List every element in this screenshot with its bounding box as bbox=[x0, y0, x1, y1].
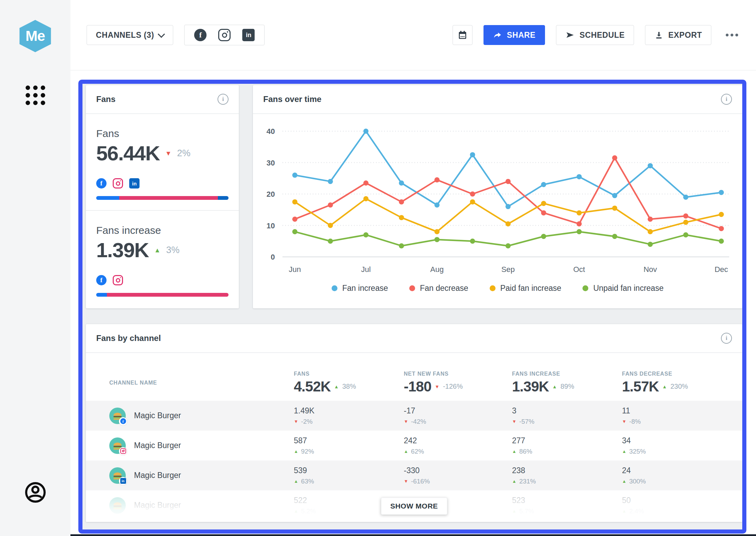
account-icon[interactable] bbox=[23, 480, 47, 504]
metric-value: 1.49K bbox=[294, 406, 404, 415]
channel-name: Magic Burger bbox=[134, 471, 181, 480]
export-button-label: EXPORT bbox=[668, 31, 702, 40]
chart-legend: Fan increaseFan decreasePaid fan increas… bbox=[253, 284, 742, 293]
down-triangle-icon: ▼ bbox=[435, 384, 440, 389]
series-paid-fan-increase bbox=[295, 199, 721, 232]
up-triangle-icon: ▲ bbox=[622, 479, 626, 483]
summary-cell-fans-decrease: FANS DECREASE1.57K▲230% bbox=[622, 371, 742, 395]
channel-avatar: f bbox=[109, 408, 126, 424]
table-row[interactable]: Magic Burger587▲92%242▲62%277▲86%34▲325% bbox=[86, 431, 742, 460]
schedule-button[interactable]: SCHEDULE bbox=[556, 25, 634, 45]
channel-name: Magic Burger bbox=[134, 501, 181, 510]
svg-text:Aug: Aug bbox=[430, 265, 444, 274]
column-header-channel-name: CHANNEL NAME bbox=[109, 380, 157, 386]
app-logo[interactable]: Me bbox=[18, 20, 53, 52]
channel-avatar: in bbox=[109, 467, 126, 484]
fans-by-channel-card: Fans by channel i CHANNEL NAMEFANS4.52K▲… bbox=[86, 324, 742, 522]
info-icon[interactable]: i bbox=[218, 94, 229, 105]
info-icon[interactable]: i bbox=[721, 94, 732, 105]
up-triangle-icon: ▲ bbox=[512, 449, 516, 454]
metric-value: 3 bbox=[512, 406, 622, 415]
svg-text:Jun: Jun bbox=[289, 265, 301, 274]
bar-segment bbox=[96, 293, 107, 297]
summary-value: 4.52K bbox=[294, 378, 331, 395]
metric-delta: 231% bbox=[519, 478, 536, 485]
fans-network-icons: fin bbox=[96, 178, 229, 189]
share-button-label: SHARE bbox=[507, 31, 536, 40]
share-icon bbox=[493, 31, 502, 40]
fans-over-time-title: Fans over time bbox=[263, 94, 321, 104]
fans-card-title: Fans bbox=[96, 94, 115, 104]
fans-distribution-bar bbox=[96, 196, 229, 200]
share-button[interactable]: SHARE bbox=[483, 25, 545, 45]
channels-dropdown-label: CHANNELS (3) bbox=[96, 31, 154, 40]
metric-delta: -616% bbox=[411, 478, 430, 485]
down-triangle-icon: ▼ bbox=[294, 419, 298, 424]
up-triangle-icon: ▲ bbox=[294, 479, 298, 483]
up-triangle-icon: ▲ bbox=[512, 509, 516, 513]
metric-value: 587 bbox=[294, 436, 404, 445]
chevron-down-icon bbox=[158, 31, 165, 38]
metric-cell: 587▲92% bbox=[294, 436, 404, 455]
show-more-button[interactable]: SHOW MORE bbox=[381, 498, 447, 515]
metric-cell: 1.49K▼-2% bbox=[294, 406, 404, 425]
export-button[interactable]: EXPORT bbox=[645, 25, 711, 45]
legend-item-paid-fan-increase[interactable]: Paid fan increase bbox=[490, 284, 562, 293]
summary-cell-net-new-fans: NET NEW FANS-180▼-126% bbox=[404, 371, 512, 395]
metric-delta: 300% bbox=[629, 478, 646, 485]
instagram-icon bbox=[218, 29, 231, 41]
channels-dropdown-button[interactable]: CHANNELS (3) bbox=[87, 25, 173, 45]
summary-delta: 89% bbox=[560, 383, 574, 390]
column-header: FANS DECREASE bbox=[622, 371, 742, 377]
metric-delta: 5.7% bbox=[519, 508, 534, 515]
channel-name: Magic Burger bbox=[134, 411, 181, 420]
legend-item-unpaid-fan-increase[interactable]: Unpaid fan increase bbox=[582, 284, 664, 293]
down-triangle-icon: ▼ bbox=[512, 419, 516, 424]
column-header: FANS bbox=[294, 371, 404, 377]
linkedin-badge-icon: in bbox=[119, 477, 127, 485]
legend-item-fan-increase[interactable]: Fan increase bbox=[332, 284, 388, 293]
metric-delta: 62% bbox=[411, 448, 424, 455]
date-range-button[interactable] bbox=[453, 25, 472, 45]
down-triangle-icon: ▼ bbox=[404, 479, 408, 483]
instagram-icon bbox=[113, 178, 123, 189]
fans-increase-network-icons: f bbox=[96, 275, 229, 285]
fans-increase-stat-section: Fans increase 1.39K ▲ 3% f bbox=[86, 210, 239, 306]
metric-delta: 86% bbox=[519, 448, 532, 455]
more-options-icon[interactable] bbox=[722, 30, 742, 40]
svg-text:40: 40 bbox=[267, 127, 275, 136]
svg-text:Sep: Sep bbox=[501, 265, 515, 274]
fans-increase-stat-label: Fans increase bbox=[96, 225, 229, 236]
metric-value: 238 bbox=[512, 466, 622, 475]
summary-delta: 230% bbox=[670, 383, 688, 390]
metric-delta: -8% bbox=[629, 418, 641, 425]
download-icon bbox=[654, 31, 664, 40]
selected-networks-box[interactable]: fin bbox=[184, 25, 265, 45]
info-icon[interactable]: i bbox=[721, 333, 732, 344]
legend-dot-icon bbox=[490, 285, 496, 291]
legend-item-fan-decrease[interactable]: Fan decrease bbox=[409, 284, 468, 293]
fans-stat-label: Fans bbox=[96, 128, 229, 139]
svg-text:Dec: Dec bbox=[714, 265, 728, 274]
fans-delta-triangle-icon: ▼ bbox=[165, 150, 171, 157]
down-triangle-icon: ▼ bbox=[404, 419, 408, 424]
fans-by-channel-title: Fans by channel bbox=[96, 333, 161, 343]
metric-value: 34 bbox=[622, 436, 742, 445]
column-header: FANS INCREASE bbox=[512, 371, 622, 377]
bar-segment bbox=[96, 196, 119, 200]
down-triangle-icon: ▼ bbox=[622, 419, 626, 424]
summary-delta: -126% bbox=[443, 383, 463, 390]
metric-value: 523 bbox=[512, 496, 622, 505]
up-triangle-icon: ▲ bbox=[294, 509, 298, 513]
apps-grid-icon[interactable] bbox=[23, 83, 47, 107]
up-triangle-icon: ▲ bbox=[334, 384, 339, 389]
metric-value: 242 bbox=[404, 436, 512, 445]
table-row[interactable]: fMagic Burger1.49K▼-2%-17▼-42%3▼-57%11▼-… bbox=[86, 401, 742, 431]
legend-label: Unpaid fan increase bbox=[593, 284, 664, 293]
metric-value: 539 bbox=[294, 466, 404, 475]
fans-increase-stat-value: 1.39K bbox=[96, 238, 149, 262]
linkedin-icon: in bbox=[242, 29, 255, 41]
table-row[interactable]: inMagic Burger539▲63%-330▼-616%238▲231%2… bbox=[86, 460, 742, 490]
sidebar: Me bbox=[0, 0, 70, 536]
fans-stat-value: 56.44K bbox=[96, 141, 159, 165]
